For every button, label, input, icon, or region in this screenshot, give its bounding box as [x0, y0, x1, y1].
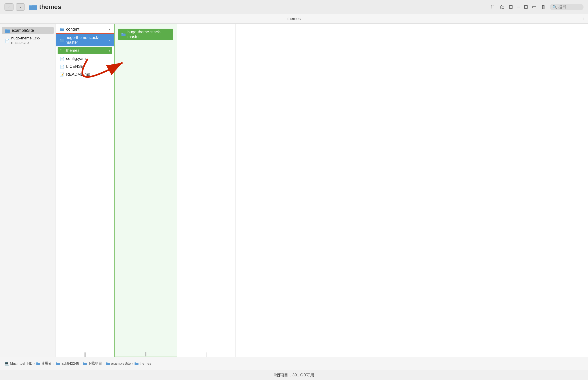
col1-arrow-content: ›: [109, 28, 110, 31]
zip-icon: 📄: [5, 38, 9, 43]
status-text: 0個項目，391 GB可用: [274, 372, 314, 378]
svg-rect-9: [60, 49, 61, 50]
file-icon-config: 📄: [60, 57, 64, 61]
col2-separator: ∥: [145, 351, 147, 357]
col1-arrow-hugo: ›: [109, 38, 110, 42]
col1-item-readme[interactable]: 📝 README.md: [56, 71, 114, 78]
col1-item-content[interactable]: content ›: [56, 25, 114, 33]
finder-body: exampleSite › 📄 hugo-theme...ck-master.z…: [0, 24, 588, 357]
col1-label-readme: README.md: [66, 72, 90, 77]
breadcrumb-sep-2: ›: [53, 362, 54, 365]
breadcrumb-label-hd: Macintosh HD: [10, 361, 32, 366]
folder-icon: [60, 38, 64, 42]
breadcrumb-label-jack: jack842248: [61, 361, 79, 366]
folder-icon-green: [60, 49, 64, 53]
titlebar-folder-icon: [29, 4, 37, 10]
col1-label-config: config.yaml: [66, 56, 86, 61]
new-folder-icon[interactable]: 🗂: [500, 4, 505, 10]
breadcrumb-sep-5: ›: [132, 362, 133, 365]
breadcrumb-sep-1: ›: [34, 362, 35, 365]
drop-target-label: hugo-theme-stack-master: [127, 30, 170, 39]
sidebar-label-zip: hugo-theme...ck-master.zip: [11, 36, 51, 45]
svg-rect-14: [36, 362, 38, 363]
hd-icon: 💻: [4, 361, 9, 366]
svg-rect-18: [83, 362, 84, 363]
col1-item-license[interactable]: 📄 LICENSE: [56, 63, 114, 71]
folder-icon: [60, 28, 64, 31]
svg-rect-16: [56, 362, 57, 363]
svg-rect-22: [135, 362, 136, 363]
breadcrumb-label-themes: themes: [139, 361, 151, 366]
search-box[interactable]: 🔍: [550, 4, 584, 10]
col1-item-config[interactable]: 📄 config.yaml: [56, 55, 114, 63]
folder-icon-drop: [121, 33, 125, 36]
breadcrumb-folder-icon: [56, 362, 60, 365]
sidebar-item-examplesite[interactable]: exampleSite ›: [2, 27, 54, 34]
col1-item-themes[interactable]: themes ›: [58, 47, 112, 54]
sidebar: exampleSite › 📄 hugo-theme...ck-master.z…: [0, 24, 56, 357]
svg-rect-11: [121, 33, 123, 34]
add-button[interactable]: +: [582, 16, 585, 22]
breadcrumb-label-downloads: 下載項目: [88, 361, 102, 366]
file-icon-license: 📄: [60, 64, 64, 69]
breadcrumb-bar: 💻 Macintosh HD › 使用者 › jack842248 › 下載項目…: [0, 357, 588, 370]
col1-label-hugo: hugo-theme-stack-master: [66, 35, 107, 45]
breadcrumb-item-jack[interactable]: jack842248: [56, 361, 79, 366]
svg-rect-20: [106, 362, 107, 363]
grid-view-icon[interactable]: ⊞: [509, 4, 513, 10]
sidebar-label-examplesite: exampleSite: [12, 28, 34, 33]
breadcrumb-item-downloads[interactable]: 下載項目: [83, 361, 102, 366]
column-4: [236, 24, 412, 357]
sidebar-item-zip[interactable]: 📄 hugo-theme...ck-master.zip: [2, 35, 54, 46]
col1-label-themes: themes: [66, 48, 79, 53]
drop-target-folder[interactable]: hugo-theme-stack-master: [118, 29, 173, 40]
breadcrumb-item-examplesite[interactable]: exampleSite: [106, 361, 131, 366]
column-3: ∥: [177, 24, 236, 357]
col3-separator: ∥: [205, 352, 208, 357]
svg-rect-7: [60, 39, 61, 40]
pathbar-title: themes: [287, 17, 300, 21]
svg-rect-1: [29, 5, 32, 6]
svg-rect-3: [5, 29, 7, 30]
trash-icon[interactable]: 🗑: [541, 4, 546, 10]
statusbar: 0個項目，391 GB可用: [0, 370, 588, 380]
col1-arrow-themes: ›: [109, 49, 110, 53]
search-input[interactable]: [558, 5, 581, 9]
breadcrumb-folder-icon: [36, 362, 40, 365]
sidebar-arrow: ›: [50, 29, 51, 32]
cover-flow-icon[interactable]: ▭: [532, 4, 537, 10]
col1-item-hugo-theme[interactable]: hugo-theme-stack-master ›: [56, 34, 114, 46]
file-icon-readme: 📝: [60, 72, 64, 76]
breadcrumb-folder-icon: [135, 362, 138, 365]
column-2: hugo-theme-stack-master ∥: [114, 24, 177, 357]
folder-icon: [5, 29, 10, 33]
breadcrumb-item-users[interactable]: 使用者: [36, 361, 52, 366]
column-view-icon[interactable]: ⊟: [524, 4, 528, 10]
breadcrumb-label-users: 使用者: [41, 361, 52, 366]
search-icon: 🔍: [553, 5, 557, 9]
breadcrumb-folder-icon: [83, 362, 87, 365]
col1-separator: ∥: [84, 352, 86, 357]
svg-rect-5: [60, 28, 61, 29]
breadcrumb-folder-icon: [106, 362, 110, 365]
breadcrumb-item-hd[interactable]: 💻 Macintosh HD: [4, 361, 32, 366]
forward-button[interactable]: ›: [16, 3, 25, 11]
breadcrumb-label-examplesite: exampleSite: [111, 361, 131, 366]
pathbar: themes +: [0, 14, 588, 24]
breadcrumb-item-themes[interactable]: themes: [135, 361, 151, 366]
nav-buttons: ‹ ›: [4, 3, 25, 11]
col1-label-content: content: [66, 27, 79, 32]
titlebar: ‹ › themes ⬚ 🗂 ⊞ ≡ ⊟ ▭ 🗑 🔍: [0, 0, 588, 14]
column-1: content › hugo-theme-stack-master › them…: [56, 24, 114, 357]
titlebar-title: themes: [39, 3, 61, 11]
toolbar-actions: ⬚ 🗂 ⊞ ≡ ⊟ ▭ 🗑 🔍: [491, 4, 584, 10]
breadcrumb-sep-4: ›: [104, 362, 104, 365]
back-button[interactable]: ‹: [4, 3, 14, 11]
breadcrumb-sep-3: ›: [81, 362, 82, 365]
column-5: [412, 24, 588, 357]
sidebar-toggle-icon[interactable]: ⬚: [491, 4, 496, 10]
list-view-icon[interactable]: ≡: [517, 4, 520, 10]
col1-label-license: LICENSE: [66, 64, 84, 69]
